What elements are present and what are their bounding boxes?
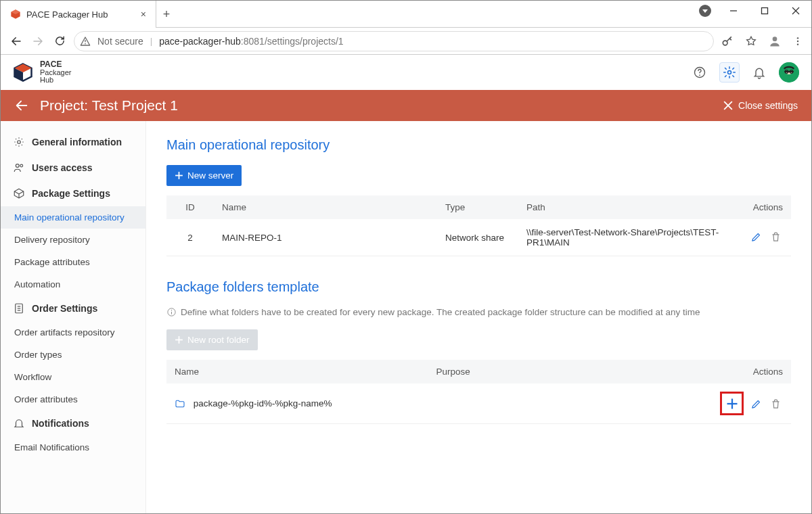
profile-chip-icon[interactable] xyxy=(699,5,711,17)
svg-point-11 xyxy=(797,37,798,39)
folders-table: Name Purpose Actions package-%pkg-id%-%p… xyxy=(166,360,791,424)
repo-table: ID Name Type Path Actions 2 MAIN-REPO-1 … xyxy=(166,195,791,256)
col-id: ID xyxy=(166,195,214,219)
app-logo-icon xyxy=(13,62,33,83)
key-icon[interactable] xyxy=(721,34,734,48)
col-name: Name xyxy=(214,195,437,219)
svg-rect-4 xyxy=(762,8,768,14)
sidebar-item-general[interactable]: General information xyxy=(1,129,145,155)
settings-button[interactable] xyxy=(719,62,740,83)
sidebar-item-order-artifacts[interactable]: Order artifacts repository xyxy=(1,321,145,344)
sidebar-item-users[interactable]: Users access xyxy=(1,155,145,181)
info-icon xyxy=(166,307,177,317)
profile-icon[interactable] xyxy=(768,34,782,48)
folders-hint: Define what folders have to be created f… xyxy=(166,307,791,317)
address-bar[interactable]: Not secure | pace-packager-hub:8081/sett… xyxy=(74,31,714,51)
col-name: Name xyxy=(166,360,428,383)
svg-point-29 xyxy=(16,164,19,168)
svg-point-9 xyxy=(723,41,727,45)
sidebar: General information Users access Package… xyxy=(1,121,146,513)
sidebar-item-order-types[interactable]: Order types xyxy=(1,344,145,366)
edit-icon[interactable] xyxy=(748,230,763,245)
window-maximize-button[interactable] xyxy=(749,1,780,21)
sidebar-heading-order: Order Settings xyxy=(1,296,145,321)
sidebar-heading-package: Package Settings xyxy=(1,181,145,206)
sidebar-heading-notifications: Notifications xyxy=(1,411,145,436)
sidebar-item-main-repo[interactable]: Main operational repository xyxy=(1,206,145,229)
folder-icon xyxy=(175,398,185,409)
col-type: Type xyxy=(437,195,518,219)
svg-point-40 xyxy=(171,310,172,310)
edit-icon[interactable] xyxy=(748,396,763,411)
table-row: package-%pkg-id%-%pkg-name% xyxy=(166,383,791,424)
window-close-button[interactable] xyxy=(780,1,811,21)
highlighted-add-button xyxy=(720,392,744,415)
bookmark-star-icon[interactable] xyxy=(745,35,757,47)
sidebar-item-email-notifications[interactable]: Email Notifications xyxy=(1,436,145,459)
svg-point-28 xyxy=(18,141,21,144)
nav-forward-button[interactable] xyxy=(30,34,45,49)
notifications-button[interactable] xyxy=(749,62,769,83)
col-path: Path xyxy=(518,195,730,219)
table-row: 2 MAIN-REPO-1 Network share \\file-serve… xyxy=(166,219,791,256)
svg-point-12 xyxy=(797,40,798,41)
delete-icon[interactable] xyxy=(768,230,783,245)
col-actions: Actions xyxy=(730,195,791,219)
tab-title: PACE Packager Hub xyxy=(26,9,135,20)
nav-reload-button[interactable] xyxy=(52,34,67,49)
sidebar-item-package-attrs[interactable]: Package attributes xyxy=(1,251,145,273)
favicon-icon xyxy=(10,9,21,20)
sidebar-item-order-attrs[interactable]: Order attributes xyxy=(1,388,145,411)
svg-point-8 xyxy=(85,43,86,44)
window-minimize-button[interactable] xyxy=(718,1,749,21)
svg-point-30 xyxy=(20,164,23,167)
help-button[interactable] xyxy=(690,62,710,83)
svg-point-13 xyxy=(797,43,798,45)
not-secure-label: Not secure xyxy=(97,36,143,47)
new-tab-button[interactable]: + xyxy=(156,7,177,22)
browser-tab[interactable]: PACE Packager Hub × xyxy=(1,1,156,28)
new-server-button[interactable]: New server xyxy=(166,165,242,186)
close-settings-button[interactable]: Close settings xyxy=(723,100,798,111)
add-subfolder-icon[interactable] xyxy=(722,394,742,413)
nav-back-button[interactable] xyxy=(9,34,24,49)
svg-point-10 xyxy=(773,37,777,41)
not-secure-icon xyxy=(80,36,91,47)
sidebar-item-automation[interactable]: Automation xyxy=(1,273,145,296)
brand-text: PACE Packager Hub xyxy=(40,60,71,85)
section-title-repo: Main operational repository xyxy=(166,137,791,153)
sidebar-item-workflow[interactable]: Workflow xyxy=(1,366,145,388)
svg-marker-2 xyxy=(702,9,708,13)
back-icon[interactable] xyxy=(14,98,29,113)
sidebar-item-delivery-repo[interactable]: Delivery repository xyxy=(1,229,145,251)
delete-icon[interactable] xyxy=(768,396,783,411)
svg-point-19 xyxy=(728,71,731,74)
close-tab-icon[interactable]: × xyxy=(141,9,146,20)
page-title: Project: Test Project 1 xyxy=(40,97,178,114)
col-actions: Actions xyxy=(712,360,791,383)
section-title-folders: Package folders template xyxy=(166,279,791,295)
svg-point-18 xyxy=(699,74,700,76)
url-text: pace-packager-hub:8081/settings/projects… xyxy=(159,36,343,47)
col-purpose: Purpose xyxy=(428,360,712,383)
new-root-folder-button: New root folder xyxy=(166,329,258,350)
main-content: Main operational repository New server I… xyxy=(146,121,811,513)
folder-name: package-%pkg-id%-%pkg-name% xyxy=(194,398,332,408)
user-avatar[interactable] xyxy=(779,62,799,83)
kebab-menu-icon[interactable] xyxy=(792,36,803,47)
